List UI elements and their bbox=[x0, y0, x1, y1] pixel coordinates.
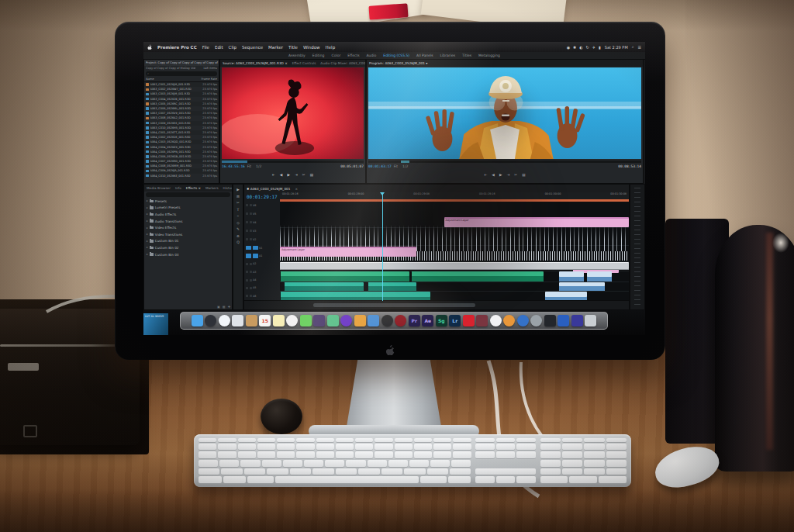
timeline-clip[interactable]: Adjustment Layer bbox=[280, 247, 416, 257]
twirl-caret-icon[interactable]: ▸ bbox=[147, 253, 148, 256]
dock-app-icon[interactable] bbox=[340, 315, 352, 326]
menu-item[interactable]: File bbox=[202, 45, 209, 50]
dock-app-icon[interactable]: Sg bbox=[436, 315, 447, 326]
source-timecode-current[interactable]: 16:43:55:16 bbox=[222, 164, 245, 168]
effects-panel-tab[interactable]: Markers bbox=[205, 186, 219, 190]
status-icon[interactable]: ↻ bbox=[586, 45, 589, 50]
timeline-scrollbar[interactable] bbox=[244, 300, 629, 309]
workspace-tab[interactable]: Libraries bbox=[440, 54, 455, 57]
dock-app-icon[interactable] bbox=[558, 315, 569, 326]
playhead[interactable] bbox=[382, 192, 383, 301]
tool-button[interactable]: ⌁ bbox=[237, 214, 240, 218]
audio-track-row[interactable]: A1 bbox=[244, 252, 280, 260]
twirl-caret-icon[interactable]: ▸ bbox=[147, 233, 148, 236]
program-scale-select[interactable]: 1/2 bbox=[402, 164, 408, 168]
menu-item[interactable]: Edit bbox=[215, 45, 223, 50]
source-monitor-tab[interactable]: Audio Clip Mixer: A063_C003_0526… bbox=[320, 61, 365, 65]
timeline-clip[interactable] bbox=[280, 271, 409, 282]
program-fit-select[interactable]: Fit bbox=[394, 164, 398, 168]
tool-button[interactable]: ▶ bbox=[236, 188, 240, 192]
timeline-clip[interactable] bbox=[280, 262, 629, 270]
dock-app-icon[interactable] bbox=[585, 315, 596, 326]
track-lock-icon[interactable] bbox=[250, 230, 252, 232]
dock-app-icon[interactable] bbox=[368, 315, 379, 326]
workspace-tab[interactable]: Assembly bbox=[288, 54, 306, 57]
effects-panel-tab[interactable]: Info bbox=[175, 186, 181, 190]
status-icon[interactable]: ✈ bbox=[592, 45, 596, 50]
timeline-clip[interactable] bbox=[559, 282, 605, 291]
track-toggle-icon[interactable] bbox=[246, 204, 248, 206]
track-toggle-icon[interactable] bbox=[246, 263, 248, 265]
column-name[interactable]: Name bbox=[146, 78, 201, 81]
transport-button[interactable]: ✂ bbox=[514, 173, 517, 177]
menu-item[interactable]: Clip bbox=[229, 45, 236, 50]
effects-bin-row[interactable]: ▸ Audio Effects bbox=[144, 211, 232, 218]
effects-bin-row[interactable]: ▸ Custom Bin 03 bbox=[144, 251, 232, 258]
dock-app-icon[interactable] bbox=[571, 315, 583, 326]
dock-app-icon[interactable] bbox=[395, 315, 406, 326]
workspace-tab[interactable]: Effects bbox=[347, 54, 359, 57]
transport-button[interactable]: ⇤ bbox=[272, 173, 275, 177]
timeline-clip[interactable] bbox=[587, 271, 612, 282]
transport-button[interactable]: ▶ bbox=[499, 173, 502, 177]
timeline-clip[interactable] bbox=[368, 282, 416, 291]
track-toggle-icon[interactable] bbox=[246, 279, 248, 282]
dock-app-icon[interactable]: Ae bbox=[422, 315, 433, 326]
video-track-row[interactable]: V3 bbox=[244, 226, 280, 235]
effects-bin-row[interactable]: ▸ Video Transitions bbox=[144, 231, 232, 238]
audio-track-row[interactable]: A2 bbox=[244, 260, 280, 268]
effects-bin-row[interactable]: ▸ Lumetri Presets bbox=[144, 205, 232, 212]
track-toggle-icon[interactable] bbox=[246, 295, 248, 297]
project-search-input[interactable]: ⌕ bbox=[146, 71, 217, 76]
transport-button[interactable]: ▶ bbox=[287, 173, 290, 177]
effects-search-input[interactable] bbox=[146, 192, 230, 197]
workspace-tab[interactable]: Color bbox=[331, 54, 340, 57]
track-toggle-icon[interactable] bbox=[246, 246, 251, 250]
track-lock-icon[interactable] bbox=[250, 212, 252, 215]
track-toggle-icon[interactable] bbox=[246, 221, 248, 223]
video-track-row[interactable]: V5 bbox=[244, 209, 280, 218]
tool-button[interactable]: ◇ bbox=[236, 221, 240, 225]
timeline-clip[interactable] bbox=[411, 271, 544, 282]
apple-menu-icon[interactable] bbox=[147, 44, 152, 50]
track-mute-icon[interactable] bbox=[250, 295, 252, 297]
dock-app-icon[interactable]: Lr bbox=[449, 315, 461, 326]
timeline-clip[interactable] bbox=[559, 271, 584, 282]
effects-bin-row[interactable]: ▸ Custom Bin 01 bbox=[144, 238, 232, 245]
transport-button[interactable]: ▤ bbox=[522, 173, 525, 177]
workspace-tab[interactable]: Metalogging bbox=[478, 54, 500, 57]
dock-app-icon[interactable] bbox=[503, 315, 515, 326]
timeline-clip[interactable]: Adjustment Layer bbox=[444, 217, 630, 227]
source-monitor-tab[interactable]: Effect Controls bbox=[292, 61, 316, 65]
status-icon[interactable]: ◉ bbox=[567, 45, 570, 50]
transport-button[interactable]: ⇤ bbox=[484, 173, 487, 177]
tool-button[interactable]: ✂ bbox=[236, 201, 240, 205]
dock-app-icon[interactable] bbox=[192, 315, 203, 326]
menu-clock[interactable]: Sat 2:29 PM bbox=[605, 45, 628, 50]
workspace-tab[interactable]: Editing bbox=[312, 54, 325, 57]
workspace-tab[interactable]: All Panels bbox=[416, 54, 433, 57]
track-mute-icon[interactable] bbox=[250, 287, 252, 289]
menu-item[interactable]: Title bbox=[288, 45, 298, 50]
audio-track-row[interactable]: A6 bbox=[244, 292, 280, 299]
track-mute-icon[interactable] bbox=[253, 254, 258, 258]
menu-app-name[interactable]: Premiere Pro CC bbox=[157, 45, 197, 50]
source-monitor-tab[interactable]: Source: A063_C003_0526JM_001.R3D × bbox=[223, 61, 288, 65]
audio-track-row[interactable]: A5 bbox=[244, 284, 280, 292]
source-scrub-bar[interactable] bbox=[222, 161, 364, 163]
workspace-tab[interactable]: Audio bbox=[367, 54, 377, 57]
project-clip-row[interactable]: A064_C010_0526KE_001.R3D 23.976 fps bbox=[144, 174, 219, 178]
dock-app-icon[interactable]: 15 bbox=[259, 315, 271, 326]
status-icon[interactable]: ✱ bbox=[573, 45, 576, 50]
menu-item[interactable]: Window bbox=[303, 45, 320, 50]
dock-app-icon[interactable] bbox=[463, 315, 475, 326]
track-toggle-icon[interactable] bbox=[246, 238, 248, 240]
program-scrub-bar[interactable] bbox=[368, 161, 641, 163]
tool-button[interactable]: T bbox=[237, 208, 240, 212]
video-track-row[interactable]: V4 bbox=[244, 218, 280, 226]
dock-app-icon[interactable] bbox=[232, 315, 243, 326]
track-lock-icon[interactable] bbox=[253, 246, 258, 250]
dock-app-icon[interactable] bbox=[273, 315, 285, 326]
effects-panel-tab[interactable]: Media Browser bbox=[147, 186, 171, 190]
video-track-row[interactable]: V1 bbox=[244, 244, 280, 252]
